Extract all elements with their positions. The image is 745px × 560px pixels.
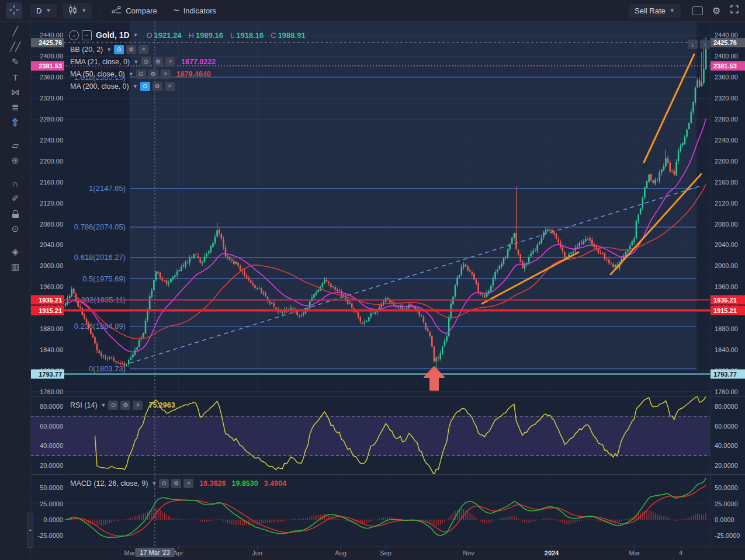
svg-text:1915.21: 1915.21 [39, 307, 62, 314]
lock-icon [12, 210, 19, 218]
indicator-row: BB (20, 2)▼⊙⚙× [69, 43, 306, 55]
panel-toggle-button[interactable] [692, 6, 703, 15]
indicator-label[interactable]: BB (20, 2) [69, 46, 104, 54]
price-axis-border [710, 22, 711, 546]
chevron-down-icon[interactable]: ▼ [101, 402, 106, 408]
candle-style-dropdown[interactable]: ▼ [63, 3, 92, 19]
time-label: 2024 [545, 549, 559, 556]
text-tool[interactable]: T [5, 69, 26, 85]
zoom-in-tool[interactable]: ⊕ [5, 153, 26, 168]
gear-icon[interactable]: ⚙ [120, 401, 130, 410]
rsi-label[interactable]: RSI (14) [69, 401, 99, 409]
price-tick-right: 1960.00 [715, 283, 738, 290]
indicator-label[interactable]: MA (200, close, 0) [69, 82, 130, 91]
remove-objects-tool[interactable]: ◈ [5, 244, 26, 259]
eye-icon[interactable]: ⊙ [108, 401, 118, 410]
close-icon[interactable]: × [165, 82, 175, 91]
compare-button[interactable]: Compare [112, 5, 157, 16]
price-tick-right: 2120.00 [715, 200, 738, 207]
pattern-tool[interactable]: ⋈ [5, 85, 26, 100]
crosshair-icon [9, 5, 19, 17]
price-tick-left: 2280.00 [40, 116, 63, 123]
macd-value: 3.4904 [264, 479, 286, 488]
macd-label[interactable]: MACD (12, 26, close, 9) [69, 479, 149, 488]
close-icon[interactable]: × [161, 69, 171, 79]
interval-dropdown[interactable]: D ▼ [30, 4, 57, 18]
legend-collapse-icon[interactable]: − [82, 30, 92, 40]
price-tick-right: 2000.00 [715, 262, 738, 269]
chevron-down-icon[interactable]: ▼ [129, 71, 134, 77]
symbol-title[interactable]: Gold, 1D [95, 30, 131, 40]
gann-fib-tool-icon: ╱╱ [10, 41, 20, 52]
scroll-up-button[interactable]: ↑ [700, 40, 710, 49]
eye-icon[interactable]: ⊙ [141, 57, 151, 67]
sidebar-collapse-handle[interactable]: ◂ [27, 513, 33, 548]
macd-legend: MACD (12, 26, close, 9) ▼ ⊙ ⚙ × 16.36261… [69, 477, 286, 489]
hide-drawings-tool[interactable]: ⊙ [5, 221, 26, 236]
time-tick [341, 547, 341, 549]
chevron-down-icon[interactable]: ▼ [133, 59, 138, 65]
top-toolbar: D ▼ ▼ Compare ~ Indicators Sell Rate ▼ [0, 0, 745, 22]
sell-rate-dropdown[interactable]: Sell Rate ▼ [629, 4, 681, 18]
chevron-down-icon[interactable]: ▼ [133, 32, 138, 38]
indicators-button[interactable]: ~ Indicators [174, 5, 216, 16]
chevron-down-icon[interactable]: ▼ [151, 481, 157, 486]
close-icon[interactable]: × [138, 45, 148, 54]
close-icon[interactable]: × [133, 401, 143, 410]
indicator-label[interactable]: EMA (21, close, 0) [69, 58, 131, 66]
ohlc-item: H1989.16 [189, 31, 223, 40]
pane-divider[interactable] [31, 396, 745, 396]
price-tick-left: 2440.00 [40, 32, 63, 39]
gann-fib-tool[interactable]: ╱╱ [5, 39, 26, 54]
lock-drawings-tool[interactable] [5, 206, 26, 221]
macd-tick-left: 25.0000 [40, 500, 63, 507]
gear-icon[interactable]: ⚙ [171, 479, 181, 488]
price-tick-right: 2240.00 [715, 137, 738, 144]
delete-tool[interactable]: ▥ [5, 259, 26, 274]
eye-icon[interactable]: ⊙ [136, 69, 146, 79]
magnet-tool[interactable]: ∩ [5, 176, 26, 191]
forecast-tool[interactable]: ≣ [5, 100, 26, 115]
measure-tool[interactable]: ▱ [5, 138, 26, 153]
price-tick-left: 1760.00 [40, 388, 63, 395]
time-label: Mar [629, 549, 640, 556]
gear-icon[interactable]: ⚙ [153, 57, 163, 67]
symbol-marker-icon[interactable]: ⌄ [69, 30, 79, 40]
pane-divider[interactable] [31, 474, 745, 475]
eye-icon[interactable]: ⊙ [159, 479, 169, 488]
pattern-tool-icon: ⋈ [11, 87, 20, 98]
delete-tool-icon: ▥ [11, 262, 19, 272]
indicator-label[interactable]: MA (50, close, 0) [69, 70, 126, 78]
settings-button[interactable]: ⚙ [712, 5, 720, 16]
eye-icon[interactable]: ⊙ [114, 45, 124, 54]
price-tick-left: 2200.00 [40, 158, 63, 165]
sell-rate-label: Sell Rate [635, 6, 666, 15]
trend-line-tool[interactable]: ╱ [5, 24, 26, 39]
measure-tool-icon: ▱ [12, 140, 19, 151]
gear-icon[interactable]: ⚙ [148, 69, 158, 79]
arrow-mark-tool[interactable]: ⇧ [5, 115, 26, 130]
brush-tool[interactable]: ✎ [5, 54, 26, 69]
time-label: Nov [463, 549, 474, 556]
scroll-down-button[interactable]: ↓ [688, 40, 698, 49]
svg-text:1935.21: 1935.21 [713, 297, 737, 304]
fullscreen-button[interactable] [730, 5, 739, 16]
drawing-mode-tool[interactable]: ✐ [5, 191, 26, 206]
crosshair-tool-button[interactable] [6, 2, 22, 19]
eye-icon[interactable]: ⊙ [140, 82, 150, 91]
time-axis[interactable]: MarAprJunAugSepNov2024Mar417 Mar '23 [31, 546, 745, 560]
close-icon[interactable]: × [165, 57, 175, 67]
gear-icon[interactable]: ⚙ [153, 82, 162, 91]
time-tick [681, 547, 681, 549]
gear-icon[interactable]: ⚙ [126, 45, 136, 54]
remove-objects-tool-icon: ◈ [12, 246, 19, 257]
arrow-mark-tool-icon: ⇧ [11, 116, 19, 129]
chevron-down-icon[interactable]: ▼ [133, 84, 138, 89]
arrow-up-marker[interactable] [424, 367, 444, 390]
price-tick-right: 2280.00 [715, 116, 738, 123]
rsi-tick-right: 40.0000 [715, 442, 738, 449]
close-icon[interactable]: × [183, 479, 193, 488]
trading-platform-window: D ▼ ▼ Compare ~ Indicators Sell Rate ▼ [0, 0, 745, 560]
chevron-down-icon[interactable]: ▼ [106, 47, 112, 53]
ohlc-item: O1921.24 [146, 31, 181, 40]
